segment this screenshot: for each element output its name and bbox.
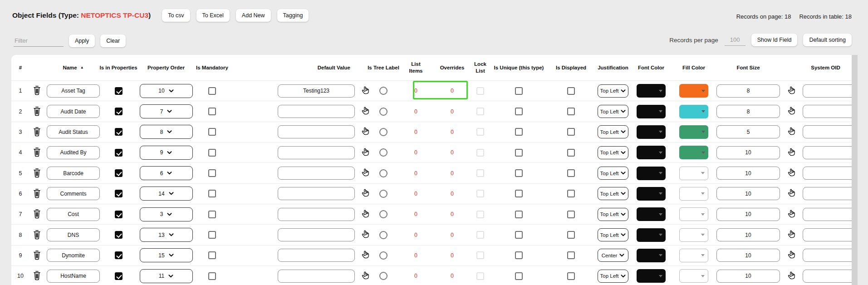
fill-color-picker[interactable] — [679, 207, 708, 221]
to-csv-button[interactable]: To csv — [162, 9, 190, 22]
default-value-picker-button[interactable] — [360, 147, 370, 158]
default-value-input[interactable] — [278, 249, 355, 262]
property-order-select[interactable]: 15 — [140, 248, 193, 262]
font-color-picker[interactable] — [637, 146, 666, 159]
is-mandatory-checkbox[interactable] — [208, 108, 216, 115]
font-color-picker[interactable] — [637, 269, 666, 283]
is-displayed-checkbox[interactable] — [567, 251, 575, 259]
name-input[interactable] — [47, 249, 100, 262]
delete-row-button[interactable] — [32, 250, 42, 261]
is-mandatory-checkbox[interactable] — [208, 169, 216, 177]
property-order-select[interactable]: 7 — [140, 104, 193, 118]
name-input[interactable] — [47, 187, 100, 200]
font-color-picker[interactable] — [637, 125, 666, 139]
is-in-properties-checkbox[interactable] — [115, 108, 123, 115]
vertical-scrollbar[interactable] — [852, 55, 858, 285]
fill-color-picker[interactable] — [679, 187, 708, 201]
is-displayed-checkbox[interactable] — [567, 211, 575, 218]
font-size-input[interactable] — [716, 208, 780, 221]
font-size-input[interactable] — [716, 270, 780, 283]
is-displayed-checkbox[interactable] — [567, 128, 575, 136]
default-value-input[interactable] — [278, 270, 355, 283]
system-oid-picker-button[interactable] — [786, 126, 796, 138]
name-input[interactable] — [47, 105, 100, 118]
system-oid-input[interactable] — [803, 228, 852, 241]
list-items-count[interactable]: 0 — [414, 129, 417, 135]
is-unique-checkbox[interactable] — [515, 149, 523, 157]
delete-row-button[interactable] — [32, 208, 42, 220]
justification-select[interactable]: Center — [598, 249, 628, 262]
is-in-properties-checkbox[interactable] — [115, 272, 123, 280]
is-tree-label-radio[interactable] — [379, 87, 387, 95]
overrides-count[interactable]: 0 — [451, 108, 454, 115]
delete-row-button[interactable] — [32, 106, 42, 118]
list-items-count[interactable]: 0 — [414, 232, 417, 238]
delete-row-button[interactable] — [32, 85, 42, 97]
system-oid-picker-button[interactable] — [786, 85, 796, 97]
is-displayed-checkbox[interactable] — [567, 190, 575, 197]
is-mandatory-checkbox[interactable] — [208, 231, 216, 239]
list-items-count[interactable]: 0 — [414, 211, 417, 217]
default-value-picker-button[interactable] — [360, 126, 370, 138]
fill-color-picker[interactable] — [679, 269, 708, 283]
system-oid-picker-button[interactable] — [786, 106, 796, 117]
default-value-input[interactable] — [278, 146, 355, 159]
overrides-count[interactable]: 0 — [451, 273, 454, 279]
default-value-picker-button[interactable] — [360, 85, 370, 97]
is-in-properties-checkbox[interactable] — [115, 211, 123, 218]
delete-row-button[interactable] — [32, 270, 42, 282]
is-unique-checkbox[interactable] — [515, 211, 523, 218]
default-value-input[interactable] — [278, 167, 355, 180]
system-oid-input[interactable] — [803, 105, 852, 118]
system-oid-input[interactable] — [803, 146, 852, 159]
system-oid-input[interactable] — [803, 125, 852, 138]
add-new-button[interactable]: Add New — [236, 9, 271, 22]
property-order-select[interactable]: 14 — [140, 187, 193, 201]
system-oid-picker-button[interactable] — [786, 147, 796, 158]
font-size-input[interactable] — [716, 84, 780, 98]
is-unique-checkbox[interactable] — [515, 87, 523, 95]
is-mandatory-checkbox[interactable] — [208, 211, 216, 218]
is-unique-checkbox[interactable] — [515, 108, 523, 115]
is-mandatory-checkbox[interactable] — [208, 149, 216, 157]
is-unique-checkbox[interactable] — [515, 169, 523, 177]
default-value-input[interactable] — [278, 84, 355, 98]
is-unique-checkbox[interactable] — [515, 231, 523, 239]
is-in-properties-checkbox[interactable] — [115, 190, 123, 197]
name-input[interactable] — [47, 167, 100, 180]
default-value-picker-button[interactable] — [360, 229, 370, 241]
column-header-name[interactable]: Name▲ — [44, 55, 102, 80]
records-per-page-input[interactable] — [725, 34, 745, 46]
is-displayed-checkbox[interactable] — [567, 108, 575, 115]
property-order-select[interactable]: 11 — [140, 269, 193, 283]
system-oid-picker-button[interactable] — [786, 188, 796, 199]
is-in-properties-checkbox[interactable] — [115, 169, 123, 177]
is-displayed-checkbox[interactable] — [567, 272, 575, 280]
show-id-field-button[interactable]: Show Id Field — [751, 34, 798, 46]
list-items-count[interactable]: 0 — [414, 149, 417, 156]
clear-button[interactable]: Clear — [100, 34, 126, 47]
is-mandatory-checkbox[interactable] — [208, 190, 216, 197]
filter-input[interactable] — [14, 35, 64, 47]
default-value-picker-button[interactable] — [360, 270, 370, 282]
is-in-properties-checkbox[interactable] — [115, 149, 123, 157]
is-tree-label-radio[interactable] — [379, 148, 387, 157]
system-oid-picker-button[interactable] — [786, 209, 796, 220]
system-oid-input[interactable] — [803, 270, 852, 283]
property-order-select[interactable]: 10 — [140, 84, 193, 98]
default-value-picker-button[interactable] — [360, 250, 370, 261]
is-in-properties-checkbox[interactable] — [115, 87, 123, 95]
name-input[interactable] — [47, 208, 100, 221]
name-input[interactable] — [47, 84, 100, 98]
tagging-button[interactable]: Tagging — [277, 9, 309, 22]
default-value-picker-button[interactable] — [360, 167, 370, 179]
default-value-picker-button[interactable] — [360, 209, 370, 220]
list-items-count[interactable]: 0 — [414, 170, 417, 177]
delete-row-button[interactable] — [32, 126, 42, 138]
font-color-picker[interactable] — [637, 249, 666, 262]
property-order-select[interactable]: 9 — [140, 146, 193, 160]
is-mandatory-checkbox[interactable] — [208, 128, 216, 136]
name-input[interactable] — [47, 125, 100, 138]
is-unique-checkbox[interactable] — [515, 251, 523, 259]
justification-select[interactable]: Top Left — [598, 187, 628, 200]
